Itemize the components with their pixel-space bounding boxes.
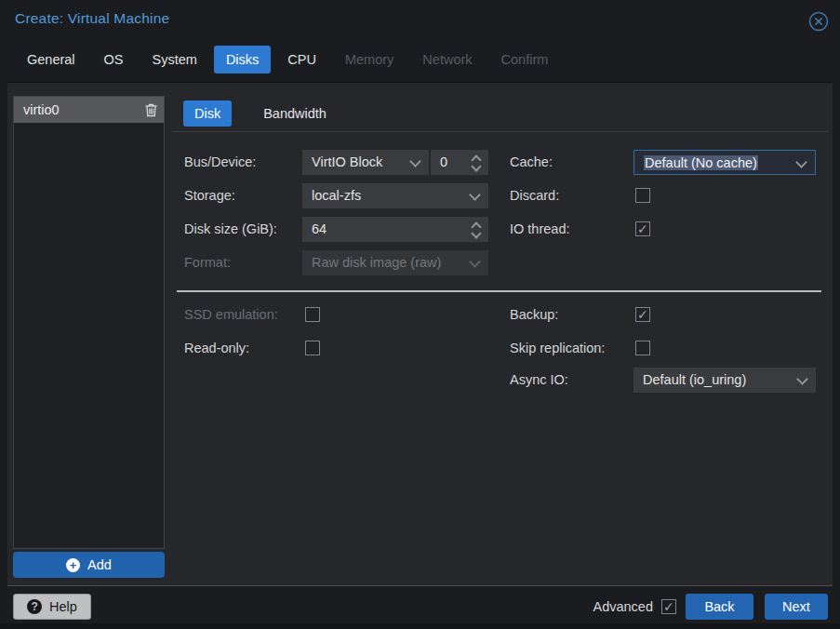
add-disk-label: Add xyxy=(87,557,112,572)
backup-label: Backup: xyxy=(510,302,558,328)
disk-item-label: virtio0 xyxy=(23,102,144,117)
spinner-icon[interactable] xyxy=(471,217,482,242)
cache-label: Cache: xyxy=(510,150,553,175)
add-disk-button[interactable]: + Add xyxy=(13,552,165,578)
disk-size-value: 64 xyxy=(312,221,327,236)
next-button[interactable]: Next xyxy=(765,594,828,620)
subtab-disk[interactable]: Disk xyxy=(183,100,232,127)
disk-list-item-virtio0[interactable]: virtio0 xyxy=(14,97,164,123)
tab-cpu[interactable]: CPU xyxy=(275,46,328,74)
advanced-toggle: Advanced xyxy=(593,594,677,620)
async-io-select[interactable]: Default (io_uring) xyxy=(633,368,816,393)
section-divider xyxy=(177,290,821,292)
disk-list-panel: virtio0 xyxy=(13,96,165,549)
disk-size-stepper[interactable]: 64 xyxy=(302,217,488,242)
subtab-bandwidth[interactable]: Bandwidth xyxy=(252,100,338,127)
io-thread-label: IO thread: xyxy=(510,217,569,242)
io-thread-checkbox[interactable] xyxy=(635,221,650,236)
tab-network: Network xyxy=(410,46,484,74)
help-button[interactable]: ? Help xyxy=(13,594,91,620)
wizard-tab-bar: General OS System Disks CPU Memory Netwo… xyxy=(15,46,565,74)
close-icon[interactable] xyxy=(808,11,829,32)
discard-checkbox[interactable] xyxy=(635,188,650,203)
tab-disks[interactable]: Disks xyxy=(214,46,271,74)
bus-device-select[interactable]: VirtIO Block xyxy=(302,150,429,175)
disk-subtab-bar: Disk Bandwidth xyxy=(183,100,338,127)
cache-value: Default (No cache) xyxy=(644,155,758,170)
advanced-checkbox[interactable] xyxy=(661,599,676,614)
chevron-down-icon xyxy=(796,373,808,385)
chevron-down-icon xyxy=(469,189,481,201)
bus-number-value: 0 xyxy=(440,154,447,169)
tab-memory: Memory xyxy=(333,46,406,74)
bus-device-value: VirtIO Block xyxy=(312,154,382,169)
subtab-divider xyxy=(172,131,828,132)
question-mark-icon: ? xyxy=(27,599,42,614)
read-only-checkbox[interactable] xyxy=(305,341,320,355)
format-value: Raw disk image (raw) xyxy=(312,255,441,270)
chevron-down-icon xyxy=(795,156,807,168)
skip-replication-checkbox[interactable] xyxy=(635,341,650,355)
bus-device-label: Bus/Device: xyxy=(184,150,256,175)
spinner-icon[interactable] xyxy=(471,150,482,175)
back-button[interactable]: Back xyxy=(686,594,753,620)
bus-number-stepper[interactable]: 0 xyxy=(431,150,488,175)
storage-label: Storage: xyxy=(184,183,235,208)
read-only-label: Read-only: xyxy=(184,336,249,361)
ssd-emulation-label: SSD emulation: xyxy=(184,302,278,328)
chevron-down-icon xyxy=(469,256,481,268)
plus-circle-icon: + xyxy=(66,558,80,572)
cache-select[interactable]: Default (No cache) xyxy=(633,150,816,175)
page-title: Create: Virtual Machine xyxy=(15,10,169,27)
backup-checkbox[interactable] xyxy=(635,307,650,322)
advanced-label: Advanced xyxy=(593,599,654,614)
ssd-emulation-checkbox[interactable] xyxy=(305,307,320,322)
async-io-label: Async IO: xyxy=(510,368,568,393)
tab-system[interactable]: System xyxy=(140,46,209,74)
tab-confirm: Confirm xyxy=(489,46,561,74)
disk-size-label: Disk size (GiB): xyxy=(184,217,277,242)
tab-os[interactable]: OS xyxy=(92,46,136,74)
help-label: Help xyxy=(49,599,77,614)
disks-tab-panel: virtio0 + Add Disk Bandwidth Bus/Device:… xyxy=(7,82,833,586)
storage-select[interactable]: local-zfs xyxy=(302,183,488,208)
format-label: Format: xyxy=(184,250,231,275)
discard-label: Discard: xyxy=(510,183,559,208)
format-select: Raw disk image (raw) xyxy=(302,250,488,275)
chevron-down-icon xyxy=(409,155,421,167)
skip-replication-label: Skip replication: xyxy=(510,336,605,361)
async-io-value: Default (io_uring) xyxy=(643,372,746,387)
trash-icon[interactable] xyxy=(144,102,158,117)
tab-general[interactable]: General xyxy=(15,46,87,74)
storage-value: local-zfs xyxy=(312,188,361,203)
window-bottom-edge xyxy=(0,623,840,629)
